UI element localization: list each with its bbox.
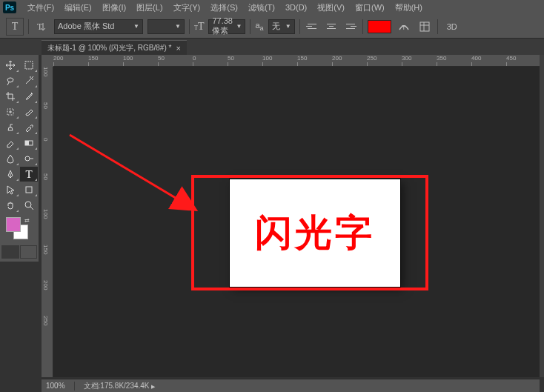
svg-rect-10 — [26, 187, 32, 193]
chevron-down-icon: ▼ — [285, 23, 291, 30]
svg-rect-8 — [25, 141, 29, 145]
3d-button[interactable]: 3D — [442, 21, 462, 33]
vertical-scrollbar[interactable] — [540, 55, 544, 377]
gradient-tool[interactable] — [20, 136, 38, 150]
font-style-dropdown[interactable]: ▼ — [147, 19, 185, 34]
align-left-button[interactable] — [305, 19, 319, 34]
lasso-tool[interactable] — [1, 73, 19, 88]
text-color-swatch[interactable] — [368, 20, 391, 33]
font-family-dropdown[interactable]: Adobe 黑体 Std ▼ — [54, 19, 143, 34]
svg-line-12 — [70, 135, 194, 209]
active-tool-indicator: T — [6, 18, 24, 36]
svg-text:T: T — [402, 24, 406, 31]
menu-help[interactable]: 帮助(H) — [390, 0, 428, 16]
close-icon[interactable]: × — [176, 44, 180, 53]
dodge-tool[interactable] — [20, 151, 38, 166]
document-tab-bar: 未标题-1 @ 100% (闪光字, RGB/8#) * × — [0, 39, 544, 55]
marquee-tool[interactable] — [20, 58, 38, 73]
history-brush-tool[interactable] — [20, 120, 38, 135]
warp-icon: T — [398, 21, 410, 33]
warp-text-button[interactable]: T — [396, 19, 412, 35]
eraser-tool[interactable] — [1, 136, 19, 150]
crop-tool[interactable] — [1, 89, 19, 104]
menu-file[interactable]: 文件(F) — [22, 0, 59, 16]
tools-panel: T ⇄ — [0, 55, 39, 262]
color-wells: ⇄ — [1, 217, 37, 244]
standard-mode-button[interactable] — [1, 245, 19, 259]
swap-colors-icon[interactable]: ⇄ — [24, 217, 30, 224]
ruler-corner — [42, 55, 53, 67]
menu-type[interactable]: 文字(Y) — [168, 0, 206, 16]
svg-rect-5 — [25, 62, 33, 69]
quickmask-mode-button[interactable] — [20, 245, 38, 259]
font-size-dropdown[interactable]: 77.38 像素 ▼ — [208, 19, 245, 34]
zoom-tool[interactable] — [20, 198, 38, 213]
antialias-dropdown[interactable]: 无 ▼ — [268, 19, 295, 34]
menu-edit[interactable]: 编辑(E) — [59, 0, 97, 16]
text-orientation-icon: T — [36, 21, 47, 33]
text-orientation-button[interactable]: T — [33, 19, 50, 35]
eyedropper-tool[interactable] — [20, 89, 38, 104]
antialias-value: 无 — [272, 21, 280, 32]
menu-filter[interactable]: 滤镜(T) — [243, 0, 280, 16]
menu-window[interactable]: 窗口(W) — [350, 0, 390, 16]
horizontal-ruler[interactable]: 20015010050050100150200250300350400450 — [53, 55, 540, 67]
hand-tool[interactable] — [1, 198, 19, 213]
status-bar: 100% 文档:175.8K/234.4K▶ — [42, 379, 540, 392]
chevron-down-icon: ▼ — [175, 23, 181, 30]
options-bar: T T Adobe 黑体 Std ▼ ▼ TT 77.38 像素 ▼ aa 无 … — [0, 15, 544, 39]
svg-text:T: T — [37, 21, 43, 32]
svg-point-9 — [25, 156, 30, 161]
healing-brush-tool[interactable] — [1, 104, 19, 119]
menu-select[interactable]: 选择(S) — [205, 0, 243, 16]
brush-tool[interactable] — [20, 104, 38, 119]
align-center-button[interactable] — [324, 19, 339, 34]
panel-icon — [419, 21, 431, 33]
document-tab-title: 未标题-1 @ 100% (闪光字, RGB/8#) * — [47, 43, 171, 53]
foreground-color-well[interactable] — [6, 217, 21, 232]
shape-tool[interactable] — [20, 182, 38, 197]
document-info[interactable]: 文档:175.8K/234.4K▶ — [84, 381, 155, 391]
document-tab[interactable]: 未标题-1 @ 100% (闪光字, RGB/8#) * × — [42, 40, 187, 55]
font-family-value: Adobe 黑体 Std — [58, 21, 114, 32]
chevron-down-icon: ▼ — [133, 23, 139, 30]
menu-view[interactable]: 视图(V) — [312, 0, 350, 16]
menu-3d[interactable]: 3D(D) — [280, 1, 312, 14]
menu-bar: Ps 文件(F) 编辑(E) 图像(I) 图层(L) 文字(Y) 选择(S) 滤… — [0, 0, 544, 15]
blur-tool[interactable] — [1, 151, 19, 166]
pen-tool[interactable] — [1, 167, 19, 182]
character-panel-button[interactable] — [417, 19, 433, 35]
align-right-button[interactable] — [343, 19, 358, 34]
type-tool[interactable]: T — [20, 167, 38, 182]
path-selection-tool[interactable] — [1, 182, 19, 197]
magic-wand-tool[interactable] — [20, 73, 38, 88]
chevron-down-icon: ▼ — [236, 23, 242, 30]
font-size-icon: TT — [194, 21, 204, 33]
svg-point-11 — [25, 202, 31, 207]
canvas-viewport[interactable]: 闪光字 — [53, 67, 540, 377]
move-tool[interactable] — [1, 58, 19, 73]
zoom-level[interactable]: 100% — [46, 382, 65, 390]
svg-rect-2 — [420, 22, 429, 31]
font-size-value: 77.38 像素 — [212, 16, 236, 36]
menu-layer[interactable]: 图层(L) — [131, 0, 167, 16]
annotation-rectangle — [191, 175, 428, 290]
vertical-ruler[interactable]: 10050050100150200250 — [42, 67, 53, 377]
antialias-icon: aa — [255, 21, 263, 32]
menu-image[interactable]: 图像(I) — [97, 0, 131, 16]
app-icon: Ps — [3, 1, 16, 13]
clone-stamp-tool[interactable] — [1, 120, 19, 135]
